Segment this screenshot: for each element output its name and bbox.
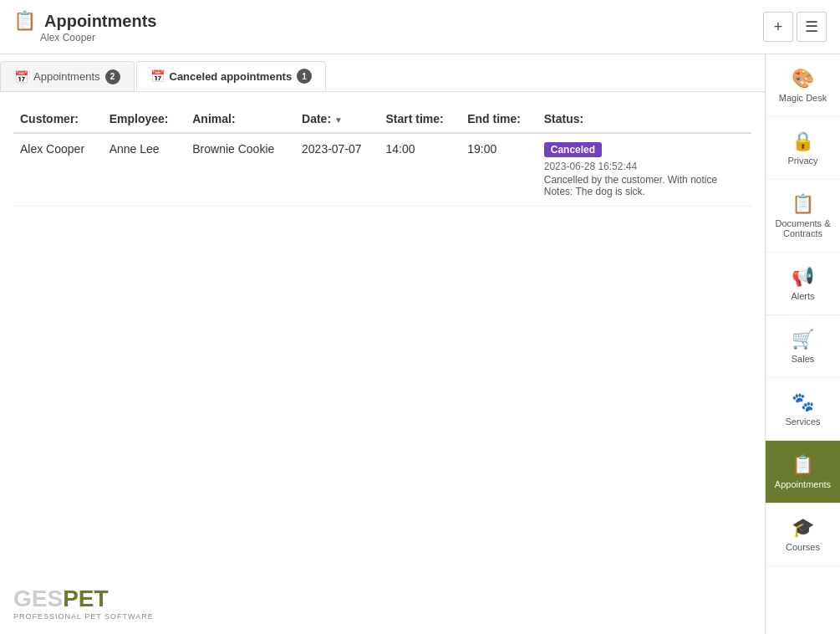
tab-canceled[interactable]: 📅 Canceled appointments 1 bbox=[136, 61, 327, 91]
cancel-notes: Notes: The dog is sick. bbox=[544, 186, 745, 197]
header-title-text: Appointments bbox=[44, 12, 156, 31]
col-customer: Customer: bbox=[13, 105, 103, 133]
header-subtitle: Alex Cooper bbox=[40, 32, 156, 43]
courses-icon: 🎓 bbox=[792, 517, 814, 539]
logo: GESPET bbox=[13, 587, 751, 611]
services-label: Services bbox=[785, 417, 820, 427]
alerts-label: Alerts bbox=[791, 291, 814, 301]
sidebar-item-magic-desk[interactable]: 🎨 Magic Desk bbox=[766, 54, 840, 117]
cell-end-time: 19:00 bbox=[461, 133, 537, 207]
col-animal: Animal: bbox=[186, 105, 295, 133]
privacy-icon: 🔒 bbox=[792, 130, 814, 152]
col-start-time: Start time: bbox=[379, 105, 461, 133]
appointments-header-icon: 📋 bbox=[13, 10, 36, 32]
tab-appointments-icon: 📅 bbox=[14, 70, 28, 84]
tab-appointments-label: Appointments bbox=[33, 70, 100, 83]
tabs-bar: 📅 Appointments 2 📅 Canceled appointments… bbox=[0, 54, 765, 92]
content-area: 📅 Appointments 2 📅 Canceled appointments… bbox=[0, 54, 765, 634]
col-status: Status: bbox=[537, 105, 751, 133]
main-layout: 📅 Appointments 2 📅 Canceled appointments… bbox=[0, 54, 840, 634]
sales-label: Sales bbox=[792, 354, 815, 364]
header-left: 📋 Appointments Alex Cooper bbox=[13, 10, 156, 43]
cell-start-time: 14:00 bbox=[379, 133, 461, 207]
appointments-sidebar-label: Appointments bbox=[775, 479, 831, 489]
sidebar-item-privacy[interactable]: 🔒 Privacy bbox=[766, 117, 840, 180]
status-badge: Canceled bbox=[544, 142, 602, 157]
table-row: Alex Cooper Anne Lee Brownie Cookie 2023… bbox=[13, 133, 751, 207]
header-buttons: + ☰ bbox=[763, 12, 827, 42]
col-employee: Employee: bbox=[103, 105, 186, 133]
appointments-table: Customer: Employee: Animal: Date: ▼ bbox=[13, 105, 751, 207]
magic-desk-icon: 🎨 bbox=[792, 68, 814, 89]
table-head: Customer: Employee: Animal: Date: ▼ bbox=[13, 105, 751, 133]
col-date[interactable]: Date: ▼ bbox=[295, 105, 379, 133]
header-title: 📋 Appointments bbox=[13, 10, 156, 32]
sidebar-item-appointments[interactable]: 📋 Appointments bbox=[766, 441, 840, 504]
sidebar: 🎨 Magic Desk 🔒 Privacy 📋 Documents & Con… bbox=[765, 54, 840, 634]
courses-label: Courses bbox=[786, 542, 820, 552]
logo-area: GESPET PROFESSIONAL PET SOFTWARE bbox=[0, 574, 765, 634]
cell-employee: Anne Lee bbox=[103, 133, 186, 207]
menu-button[interactable]: ☰ bbox=[797, 12, 827, 42]
logo-ges: GES bbox=[13, 585, 63, 611]
logo-sub: PROFESSIONAL PET SOFTWARE bbox=[13, 612, 751, 621]
sidebar-item-documents[interactable]: 📋 Documents & Contracts bbox=[766, 180, 840, 253]
cell-date: 2023-07-07 bbox=[295, 133, 379, 207]
cell-animal: Brownie Cookie bbox=[186, 133, 295, 207]
add-button[interactable]: + bbox=[763, 12, 793, 42]
documents-icon: 📋 bbox=[792, 193, 814, 215]
privacy-label: Privacy bbox=[787, 156, 817, 166]
cancel-reason: Cancelled by the customer. With notice bbox=[544, 174, 745, 186]
tab-canceled-badge: 1 bbox=[297, 69, 312, 84]
logo-pet: PET bbox=[63, 585, 108, 611]
table-body: Alex Cooper Anne Lee Brownie Cookie 2023… bbox=[13, 133, 751, 207]
sidebar-item-courses[interactable]: 🎓 Courses bbox=[766, 504, 840, 566]
sidebar-item-alerts[interactable]: 📢 Alerts bbox=[766, 253, 840, 315]
documents-label: Documents & Contracts bbox=[769, 218, 837, 238]
tab-appointments-badge: 2 bbox=[105, 69, 120, 84]
tab-canceled-icon: 📅 bbox=[150, 69, 165, 83]
sidebar-item-sales[interactable]: 🛒 Sales bbox=[766, 315, 840, 378]
app-header: 📋 Appointments Alex Cooper + ☰ bbox=[0, 0, 840, 54]
cell-customer: Alex Cooper bbox=[13, 133, 103, 207]
sales-icon: 🛒 bbox=[792, 329, 814, 350]
date-sort-icon: ▼ bbox=[334, 115, 343, 125]
cancel-timestamp: 2023-06-28 16:52:44 bbox=[544, 161, 745, 172]
col-end-time: End time: bbox=[461, 105, 537, 133]
appointments-sidebar-icon: 📋 bbox=[792, 454, 814, 476]
cell-status: Canceled 2023-06-28 16:52:44 Cancelled b… bbox=[537, 133, 751, 207]
magic-desk-label: Magic Desk bbox=[779, 93, 827, 103]
tab-canceled-label: Canceled appointments bbox=[170, 70, 293, 83]
alerts-icon: 📢 bbox=[792, 266, 814, 288]
table-area: Customer: Employee: Animal: Date: ▼ bbox=[0, 92, 765, 574]
sidebar-item-services[interactable]: 🐾 Services bbox=[766, 378, 840, 441]
tab-appointments[interactable]: 📅 Appointments 2 bbox=[0, 61, 135, 91]
services-icon: 🐾 bbox=[792, 391, 814, 413]
